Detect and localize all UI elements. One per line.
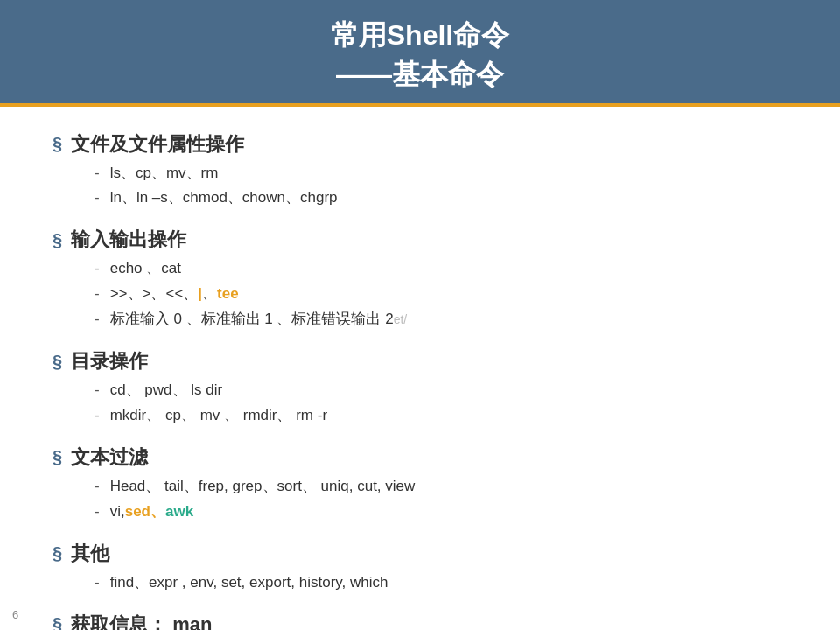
- section-title-file-ops: 文件及文件属性操作: [52, 131, 788, 158]
- title-line1: 常用Shell命令: [331, 19, 509, 51]
- section-get-info: 获取信息： man: [52, 612, 788, 631]
- list-item: >>、>、<<、 | 、tee: [94, 282, 788, 307]
- slide-footer: 6: [12, 608, 18, 621]
- list-item: 标准输入 0 、标准输出 1 、标准错误输出 2et/: [94, 307, 788, 332]
- slide-title: 常用Shell命令 ——基本命令: [52, 16, 788, 94]
- tee-highlight: tee: [217, 282, 239, 307]
- page-number: 6: [12, 608, 18, 621]
- list-item: echo 、cat: [94, 256, 788, 282]
- awk-highlight: awk: [165, 500, 193, 525]
- list-item: Head、 tail、frep, grep、sort、 uniq, cut, v…: [94, 474, 788, 500]
- section-title-other: 其他: [52, 541, 788, 567]
- slide-header: 常用Shell命令 ——基本命令: [0, 0, 840, 107]
- section-io-ops: 输入输出操作 echo 、cat >>、>、<<、 | 、tee 标准输入 0 …: [52, 227, 788, 332]
- list-item: cd、 pwd、 ls dir: [94, 378, 788, 403]
- section-text-filter: 文本过滤 Head、 tail、frep, grep、sort、 uniq, c…: [52, 444, 788, 525]
- title-line2: ——基本命令: [336, 59, 504, 90]
- slide-content: 文件及文件属性操作 ls、cp、mv、rm ln、ln –s、chmod、cho…: [0, 107, 840, 630]
- section-other: 其他 find、expr , env, set, export, history…: [52, 541, 788, 596]
- list-item: mkdir、 cp、 mv 、 rmdir、 rm -r: [94, 403, 788, 429]
- section-title-get-info: 获取信息： man: [52, 612, 788, 631]
- sub-items-io-ops: echo 、cat >>、>、<<、 | 、tee 标准输入 0 、标准输出 1…: [94, 256, 788, 332]
- section-file-ops: 文件及文件属性操作 ls、cp、mv、rm ln、ln –s、chmod、cho…: [52, 131, 788, 212]
- section-title-text-filter: 文本过滤: [52, 444, 788, 471]
- slide: 常用Shell命令 ——基本命令 文件及文件属性操作 ls、cp、mv、rm l…: [0, 0, 840, 630]
- list-item: ls、cp、mv、rm: [94, 161, 788, 186]
- sub-items-dir-ops: cd、 pwd、 ls dir mkdir、 cp、 mv 、 rmdir、 r…: [94, 378, 788, 429]
- list-item: find、expr , env, set, export, history, w…: [94, 570, 788, 596]
- section-title-dir-ops: 目录操作: [52, 348, 788, 374]
- sub-items-other: find、expr , env, set, export, history, w…: [94, 570, 788, 596]
- section-title-io-ops: 输入输出操作: [52, 227, 788, 253]
- list-item: vi, sed、 awk: [94, 500, 788, 525]
- sed-highlight: sed、: [125, 500, 165, 525]
- sub-items-file-ops: ls、cp、mv、rm ln、ln –s、chmod、chown、chgrp: [94, 161, 788, 212]
- sub-items-text-filter: Head、 tail、frep, grep、sort、 uniq, cut, v…: [94, 474, 788, 525]
- section-dir-ops: 目录操作 cd、 pwd、 ls dir mkdir、 cp、 mv 、 rmd…: [52, 348, 788, 429]
- list-item: ln、ln –s、chmod、chown、chgrp: [94, 186, 788, 211]
